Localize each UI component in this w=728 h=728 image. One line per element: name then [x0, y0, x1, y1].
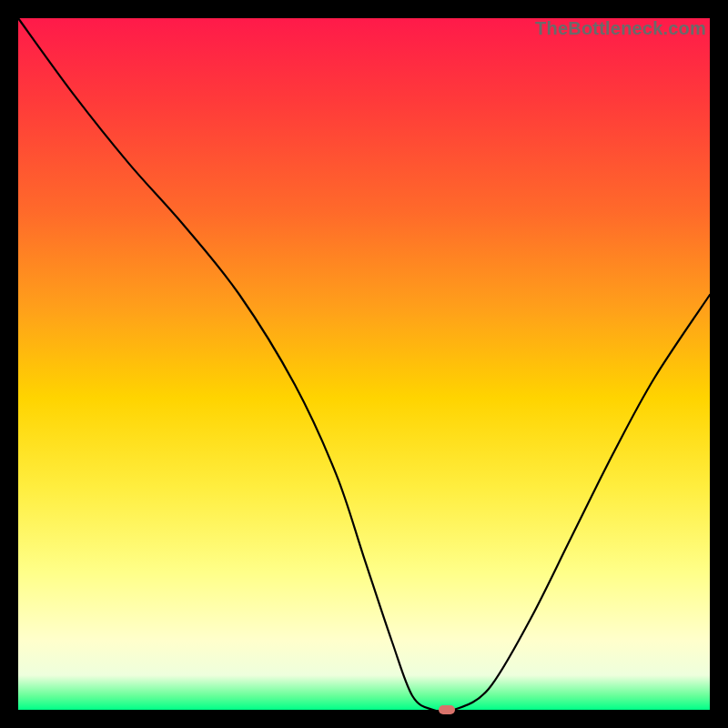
chart-frame: TheBottleneck.com — [0, 0, 728, 728]
plot-area: TheBottleneck.com — [18, 18, 710, 710]
bottleneck-curve — [18, 18, 710, 710]
optimal-point-marker — [439, 705, 455, 714]
